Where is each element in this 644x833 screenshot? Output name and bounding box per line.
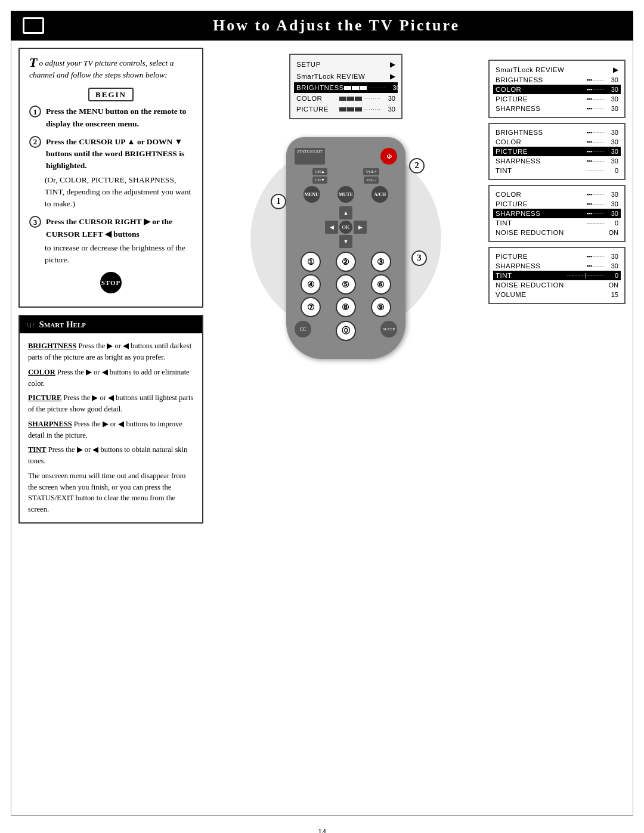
- color-val: 30: [383, 95, 395, 102]
- s2-picture-bar: ▪▪▪········ 30: [586, 148, 618, 155]
- smartlock-arrow: ▶: [390, 72, 395, 80]
- step-2-overlay: 2: [409, 158, 425, 174]
- menu-screen-4: PICTURE ▪▪▪········ 30 SHARPNESS ▪▪▪····…: [488, 247, 626, 304]
- step-2-text: Press the CURSOR UP ▲ or DOWN ▼ buttons …: [46, 136, 193, 172]
- s3-sharpness-bar: ▪▪▪········ 30: [586, 210, 618, 217]
- c-bar-3: [355, 97, 362, 101]
- sh-sharpness-label: SHARPNESS: [28, 420, 72, 428]
- step-3: 3 Press the CURSOR RIGHT ▶ or the CURSOR…: [29, 216, 193, 266]
- s3-color: COLOR ▪▪▪········ 30: [496, 190, 618, 199]
- s2-color-bar: ▪▪▪········ 30: [586, 138, 618, 145]
- s4-picture-val: 30: [606, 253, 618, 260]
- num-2-button[interactable]: ②: [336, 252, 356, 272]
- smart-help-header: \ | / Smart Help: [20, 316, 202, 333]
- s2-tint-bar: ············ 0: [586, 167, 618, 174]
- smart-help-title: Smart Help: [39, 320, 86, 330]
- num-7-button[interactable]: ⑦: [301, 297, 321, 317]
- page-num-text: 14: [318, 828, 326, 833]
- nav-left-button[interactable]: ◀: [325, 221, 338, 234]
- smart-help-box: \ | / Smart Help BRIGHTNESS Press the ▶ …: [18, 315, 203, 524]
- p-bar-3: [355, 107, 362, 112]
- numpad: ① ② ③ ④ ⑤ ⑥ ⑦ ⑧ ⑨: [295, 252, 397, 317]
- s2-picture: PICTURE ▪▪▪········ 30: [493, 147, 621, 156]
- s3-tint-label: TINT: [496, 219, 512, 227]
- nav-right-button[interactable]: ▶: [354, 221, 367, 234]
- s4-picture: PICTURE ▪▪▪········ 30: [496, 252, 618, 261]
- ach-button[interactable]: A/CH: [371, 186, 388, 203]
- vol-down-button[interactable]: VOL-: [364, 176, 379, 184]
- nav-cross: ▲ ◀ OK ▶ ▼: [325, 206, 367, 248]
- power-button[interactable]: ⏻: [380, 148, 397, 165]
- s2-brightness-label: BRIGHTNESS: [496, 129, 543, 136]
- bar-filled-1: [344, 86, 351, 90]
- menu-row-picture: PICTURE ········ 30: [296, 104, 395, 114]
- nav-down-button[interactable]: ▼: [339, 235, 352, 248]
- ch-down-button[interactable]: CH▼: [312, 176, 327, 184]
- nav-empty-br: [354, 235, 367, 248]
- s4-volume: VOLUME 15: [496, 290, 618, 299]
- color-label: COLOR: [296, 95, 322, 102]
- sh-picture-label: PICTURE: [28, 394, 61, 402]
- nav-up-button[interactable]: ▲: [339, 206, 352, 219]
- num-3-button[interactable]: ③: [371, 252, 391, 272]
- sh-color-label: COLOR: [28, 368, 55, 376]
- intro-text: T o adjust your TV picture controls, sel…: [29, 57, 193, 82]
- vol-up-button[interactable]: VOL+: [363, 168, 379, 175]
- step-3-overlay: 3: [411, 250, 427, 266]
- c-bar-1: [339, 97, 346, 101]
- nav-center-button[interactable]: OK: [339, 221, 352, 234]
- stop-circle: STOP: [100, 272, 122, 293]
- instructions-box: T o adjust your TV picture controls, sel…: [18, 48, 203, 308]
- menu-row-smartlock: SmarTLock REVIEW ▶: [296, 70, 395, 82]
- sh-tint-label: TINT: [28, 445, 47, 454]
- s3-sharpness-val: 30: [606, 210, 618, 217]
- mute-button[interactable]: MUTE: [338, 186, 354, 203]
- s1-smartlock-label: SmarTLock REVIEW: [496, 66, 564, 73]
- s2-sharpness: SHARPNESS ▪▪▪········ 30: [496, 156, 618, 166]
- num-8-button[interactable]: ⑧: [336, 297, 356, 317]
- num-1-button[interactable]: ①: [301, 252, 321, 272]
- s1-picture-label: PICTURE: [496, 95, 528, 103]
- center-menu-screen: SETUP ▶ SmarTLock REVIEW ▶ BRIGHTNESS: [289, 54, 402, 119]
- s1-sharpness: SHARPNESS ▪▪▪········ 30: [496, 104, 618, 113]
- num-4-button[interactable]: ④: [301, 274, 321, 295]
- s1-color: COLOR ▪▪▪········ 30: [493, 85, 621, 94]
- s1-brightness-val: 30: [606, 76, 618, 83]
- sh-brightness: BRIGHTNESS Press the ▶ or ◀ buttons unti…: [28, 340, 194, 363]
- sleep-button[interactable]: SLEEP: [380, 321, 397, 337]
- sh-brightness-label: BRIGHTNESS: [28, 342, 76, 350]
- s3-tint: TINT ············ 0: [496, 218, 618, 228]
- step-2-num: 2: [29, 136, 41, 148]
- s3-tint-val: 0: [606, 219, 618, 227]
- s1-sharpness-label: SHARPNESS: [496, 105, 540, 112]
- menu-screen-2: BRIGHTNESS ▪▪▪········ 30 COLOR ▪▪▪·····…: [488, 123, 626, 180]
- tick-icon: \ | /: [27, 321, 35, 328]
- nav-empty-tr: [354, 206, 367, 219]
- s4-picture-label: PICTURE: [496, 253, 528, 260]
- num-5-button[interactable]: ⑤: [336, 274, 356, 295]
- big-T: T: [29, 56, 37, 69]
- brightness-val: 30: [388, 84, 400, 91]
- num-6-button[interactable]: ⑥: [371, 274, 391, 295]
- s1-brightness-label: BRIGHTNESS: [496, 76, 543, 83]
- step-1: 1 Press the MENU button on the remote to…: [29, 106, 193, 130]
- step-3-num: 3: [29, 216, 41, 228]
- ch-up-button[interactable]: CH▲: [312, 168, 327, 175]
- s1-sharpness-val: 30: [606, 105, 618, 112]
- menu-button[interactable]: MENU: [304, 186, 320, 203]
- bar-filled-3: [360, 86, 367, 90]
- color-bar: ········ 30: [339, 95, 395, 102]
- s2-picture-label: PICTURE: [496, 148, 528, 155]
- s3-sharpness-label: SHARPNESS: [496, 210, 540, 217]
- num-9-button[interactable]: ⑨: [371, 297, 391, 317]
- status-exit-button[interactable]: STATUS/EXIT: [295, 148, 325, 165]
- s4-noise-label: NOISE REDUCTION: [496, 281, 564, 289]
- cc-button[interactable]: CC: [295, 321, 311, 337]
- color-dots: ········: [364, 95, 381, 101]
- s2-sharpness-bar: ▪▪▪········ 30: [586, 157, 618, 165]
- step-2-body: (Or, COLOR, PICTURE, SHARPNESS, TINT, de…: [29, 174, 193, 210]
- s3-picture-bar: ▪▪▪········ 30: [586, 200, 618, 208]
- s2-sharpness-val: 30: [606, 157, 618, 165]
- num-0-button[interactable]: ⓪: [336, 321, 356, 341]
- tv-icon: [23, 17, 44, 34]
